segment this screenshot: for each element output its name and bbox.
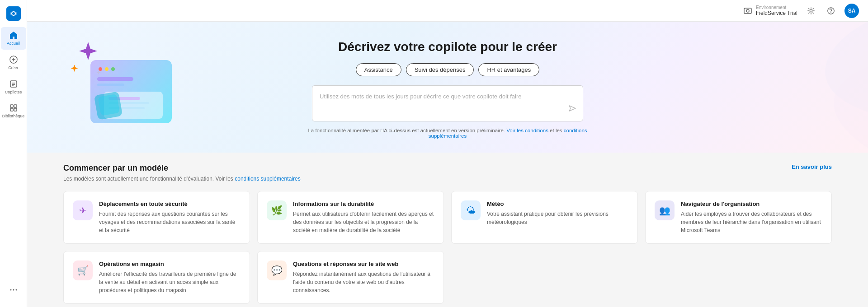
template-icon-durabilite: 🌿 (267, 200, 287, 220)
environment-info: Environnement FieldService Trial (743, 5, 797, 16)
page-content: Décrivez votre copilote pour le créer As… (27, 22, 868, 307)
svg-rect-17 (744, 8, 751, 14)
template-name-operations: Opérations en magasin (99, 260, 241, 267)
svg-point-15 (13, 289, 14, 291)
template-name-navigateur: Navigateur de l'organisation (681, 200, 822, 207)
settings-icon[interactable] (805, 5, 817, 17)
svg-rect-13 (14, 108, 17, 111)
templates-section: Commencer par un modèle En savoir plus L… (27, 153, 868, 307)
template-card-navigateur[interactable]: 👥 Navigateur de l'organisation Aider les… (645, 191, 832, 244)
svg-point-22 (99, 67, 102, 71)
template-card-questions[interactable]: 💬 Questions et réponses sur le site web … (257, 251, 444, 304)
template-card-meteo[interactable]: 🌤 Météo Votre assistant pratique pour ob… (451, 191, 638, 244)
help-icon[interactable] (825, 5, 837, 17)
hero-disclaimer: La fonctionnalité alimentée par l'IA ci-… (289, 128, 606, 139)
svg-rect-10 (10, 105, 13, 107)
hero-input-box[interactable]: Utilisez des mots de tous les jours pour… (312, 85, 583, 121)
templates-subtitle: Les modèles sont actuellement une foncti… (63, 176, 832, 182)
template-name-durabilite: Informations sur la durabilité (293, 200, 434, 207)
svg-point-24 (111, 67, 115, 71)
app-logo[interactable] (5, 5, 23, 23)
template-desc-meteo: Votre assistant pratique pour obtenir le… (487, 210, 628, 226)
disclaimer-link1[interactable]: Voir les conditions (506, 128, 548, 133)
svg-rect-6 (10, 81, 17, 87)
hero-title: Décrivez votre copilote pour le créer (338, 40, 557, 54)
template-name-questions: Questions et réponses sur le site web (293, 260, 434, 267)
hero-section: Décrivez votre copilote pour le créer As… (27, 22, 868, 153)
svg-point-2 (12, 12, 15, 15)
templates-more-link[interactable]: En savoir plus (792, 163, 832, 170)
hero-pills: Assistance Suivi des dépenses HR et avan… (356, 63, 539, 76)
templates-title: Commencer par un modèle (63, 163, 168, 173)
template-card-operations[interactable]: 🛒 Opérations en magasin Améliorer l'effi… (63, 251, 250, 304)
svg-point-14 (10, 289, 11, 291)
sidebar-item-create[interactable]: Créer (1, 51, 26, 74)
template-icon-meteo: 🌤 (461, 200, 481, 220)
template-name-meteo: Météo (487, 200, 628, 207)
sidebar-item-library[interactable]: Bibliothèque (1, 100, 26, 122)
template-icon-questions: 💬 (267, 260, 287, 280)
send-icon[interactable] (567, 104, 576, 115)
hero-bg-decoration (732, 22, 868, 153)
template-card-durabilite[interactable]: 🌿 Informations sur la durabilité Permet … (257, 191, 444, 244)
pill-suivi[interactable]: Suivi des dépenses (406, 63, 474, 76)
svg-rect-32 (98, 94, 120, 116)
sidebar-item-home[interactable]: Accueil (1, 27, 26, 50)
svg-point-19 (810, 9, 812, 12)
template-icon-navigateur: 👥 (655, 200, 675, 220)
svg-rect-12 (10, 108, 13, 111)
pill-hr[interactable]: HR et avantages (478, 63, 539, 76)
sidebar-item-copilots[interactable]: Copilotes (1, 76, 26, 98)
svg-point-16 (15, 289, 17, 291)
templates-conditions-link[interactable]: conditions supplémentaires (235, 176, 300, 182)
svg-rect-11 (14, 105, 17, 107)
user-avatar[interactable]: SA (844, 4, 859, 18)
svg-rect-26 (97, 84, 124, 86)
svg-point-18 (746, 9, 749, 12)
sidebar: Accueil Créer Copilotes Bibliothèque (0, 0, 27, 307)
svg-rect-25 (97, 77, 133, 81)
template-card-deplacements[interactable]: ✈ Déplacements en toute sécurité Fournit… (63, 191, 250, 244)
hero-input-placeholder: Utilisez des mots de tous les jours pour… (320, 93, 522, 100)
template-desc-navigateur: Aider les employés à trouver des collabo… (681, 210, 822, 234)
svg-point-23 (105, 67, 108, 71)
hero-illustration (63, 28, 181, 139)
main-content: Environnement FieldService Trial SA (27, 0, 868, 307)
template-name-deplacements: Déplacements en toute sécurité (99, 200, 241, 207)
sidebar-more[interactable] (5, 282, 22, 300)
topbar: Environnement FieldService Trial SA (27, 0, 868, 22)
templates-grid: ✈ Déplacements en toute sécurité Fournit… (63, 191, 832, 304)
environment-label: Environnement (756, 5, 797, 10)
pill-assistance[interactable]: Assistance (356, 63, 401, 76)
template-desc-durabilite: Permet aux utilisateurs d'obtenir facile… (293, 210, 434, 234)
template-desc-deplacements: Fournit des réponses aux questions coura… (99, 210, 241, 234)
environment-icon (743, 6, 752, 15)
template-icon-operations: 🛒 (73, 260, 93, 280)
template-icon-deplacements: ✈ (73, 200, 93, 220)
template-desc-operations: Améliorer l'efficacité des travailleurs … (99, 270, 241, 294)
environment-name: FieldService Trial (756, 10, 797, 16)
template-desc-questions: Répondez instantanément aux questions de… (293, 270, 434, 294)
templates-header: Commencer par un modèle En savoir plus (63, 163, 832, 173)
